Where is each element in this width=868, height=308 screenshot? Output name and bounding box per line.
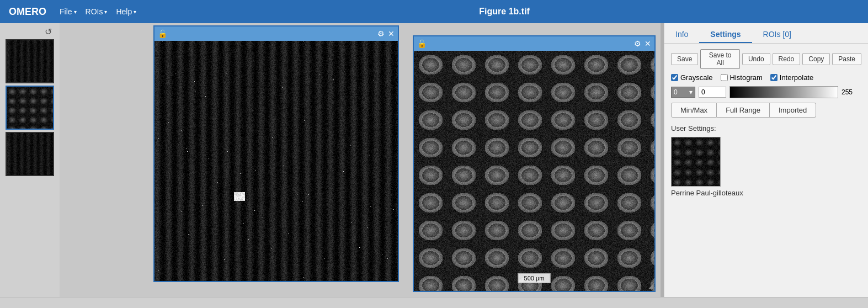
histogram-checkbox-wrap[interactable]: Histogram [721,73,763,82]
interpolate-checkbox[interactable] [770,74,778,81]
close-icon-2[interactable]: ✕ [645,39,651,48]
range-min-input[interactable] [699,87,726,98]
range-channel-select[interactable]: 0 ▾ [671,87,695,98]
nav-menu: File ▾ ROIs ▾ Help ▾ [60,7,136,16]
thumbnail-1[interactable] [6,39,54,83]
user-settings-thumbnail [671,137,721,187]
action-row: Min/Max Full Range Imported [671,103,861,118]
settings-content: Save Save to All Undo Redo Copy Paste Gr… [664,44,868,203]
viewer-image-2: 500 µm ◢ [414,51,654,291]
viewer-image-1 [155,41,398,281]
thumbnail-3[interactable] [6,132,54,176]
thumbnail-canvas-2 [7,87,53,129]
thumbnail-canvas-3 [7,133,53,175]
app-brand: OMERO [9,6,46,18]
fullrange-button[interactable]: Full Range [717,103,770,118]
viewer-1-titlebar: 🔓 ⚙ ✕ [155,26,398,41]
settings-toolbar: Save Save to All Undo Redo Copy Paste [671,49,861,69]
main-area: ↺ 🔓 ⚙ ✕ [0,23,868,297]
micro-canvas-1 [155,41,398,281]
top-navigation: OMERO File ▾ ROIs ▾ Help ▾ Figure 1b.tif [0,0,868,23]
user-settings-section: User Settings: Perrine Paul-gilloteaux [671,122,861,197]
histogram-checkbox[interactable] [721,74,728,81]
copy-button[interactable]: Copy [802,53,830,65]
interpolate-checkbox-wrap[interactable]: Interpolate [770,73,813,82]
tab-rois[interactable]: ROIs [0] [752,26,802,43]
checkbox-row: Grayscale Histogram Interpolate [671,73,861,82]
file-menu-arrow: ▾ [74,9,77,15]
save-to-all-button[interactable]: Save to All [700,49,740,69]
gear-icon-2[interactable]: ⚙ [634,39,641,48]
range-max-label: 255 [842,88,861,96]
range-slider[interactable] [729,86,838,98]
paste-button[interactable]: Paste [832,53,861,65]
grayscale-checkbox-wrap[interactable]: Grayscale [671,73,713,82]
gear-icon-1[interactable]: ⚙ [377,29,385,38]
tabs-bar: Info Settings ROIs [0] [664,23,868,44]
user-settings-label: User Settings: [671,124,861,132]
tab-settings[interactable]: Settings [699,26,752,43]
lock-icon-2[interactable]: 🔓 [417,39,427,48]
canvas-area: 🔓 ⚙ ✕ 🔓 ⚙ ✕ 500 µm [60,23,661,297]
rois-menu-arrow: ▾ [104,9,107,15]
select-arrow: ▾ [689,88,693,96]
grayscale-checkbox[interactable] [671,74,678,81]
page-title: Figure 1b.tif [150,7,859,17]
help-menu-arrow: ▾ [134,9,136,15]
undo-button[interactable]: Undo [742,53,770,65]
resize-handle-2[interactable]: ◢ [648,282,653,290]
imported-button[interactable]: Imported [770,103,816,118]
micro-canvas-2 [414,51,654,291]
lock-icon-1[interactable]: 🔓 [158,29,167,38]
help-menu[interactable]: Help ▾ [116,7,136,16]
status-bar [0,297,868,308]
file-menu[interactable]: File ▾ [60,7,77,16]
user-name: Perrine Paul-gilloteaux [671,189,861,197]
viewer-2-titlebar: 🔓 ⚙ ✕ [414,36,654,51]
thumbnail-panel: ↺ [0,23,60,297]
tab-info[interactable]: Info [664,26,699,43]
thumbnail-2[interactable] [6,86,54,130]
right-panel: Info Settings ROIs [0] Save Save to All … [664,23,868,297]
save-button[interactable]: Save [671,53,698,65]
redo-button[interactable]: Redo [773,53,801,65]
user-settings-canvas [672,137,721,187]
viewer-window-1: 🔓 ⚙ ✕ [153,25,399,282]
viewer-window-2: 🔓 ⚙ ✕ 500 µm ◢ [413,35,656,292]
rois-menu[interactable]: ROIs ▾ [86,7,108,16]
range-row: 0 ▾ 255 [671,86,861,98]
thumbnail-canvas-1 [7,40,53,82]
close-icon-1[interactable]: ✕ [388,29,395,38]
scale-bar: 500 µm [518,273,551,283]
refresh-icon[interactable]: ↺ [45,26,52,37]
minmax-button[interactable]: Min/Max [671,103,717,118]
